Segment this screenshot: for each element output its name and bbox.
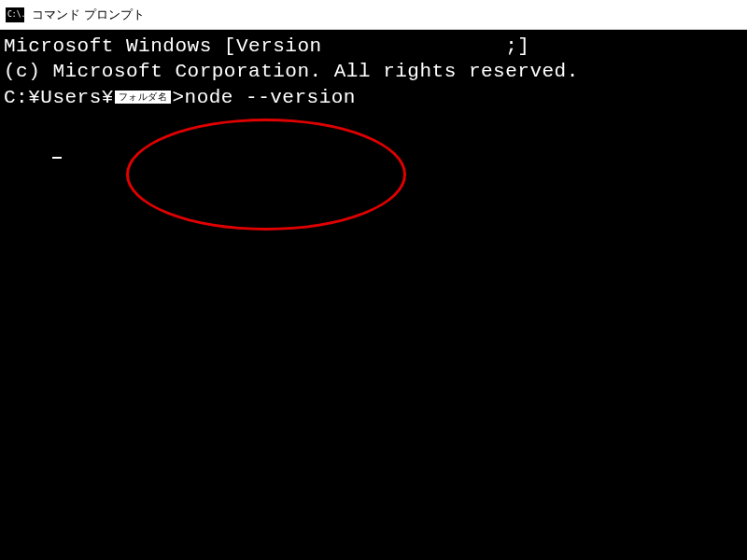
prompt-path-prefix: C:¥Users¥ (4, 85, 114, 110)
terminal-cursor-line (4, 110, 743, 187)
cursor-icon (52, 157, 62, 159)
terminal-prompt-line: C:¥Users¥ フォルダ名 > node --version (4, 85, 743, 110)
folder-placeholder-label: フォルダ名 (115, 91, 172, 104)
cmd-icon-text: C:\. (7, 11, 25, 19)
command-text: node --version (185, 85, 356, 110)
prompt-suffix: > (172, 85, 184, 110)
terminal-line-copyright: (c) Microsoft Corporation. All rights re… (4, 59, 743, 84)
cmd-icon: C:\. (6, 7, 24, 22)
window-title: コマンド プロンプト (32, 7, 145, 23)
window-titlebar: C:\. コマンド プロンプト (0, 0, 747, 30)
terminal-line-version: Microsoft Windows [Version ;] (4, 34, 743, 59)
terminal-area[interactable]: Microsoft Windows [Version ;] (c) Micros… (0, 30, 747, 560)
